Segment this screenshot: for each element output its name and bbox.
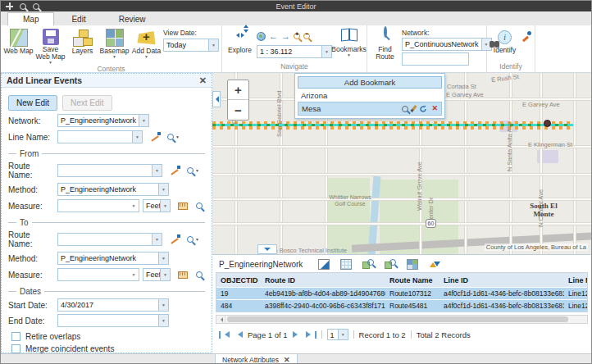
view-date-select[interactable]: Today ▼ xyxy=(163,39,219,52)
identify-route-location-icon[interactable] xyxy=(521,30,532,41)
column-header-line-name[interactable]: Line Name xyxy=(564,276,587,284)
to-method-select[interactable]: P_EngineeringNetwork ▼ xyxy=(57,252,169,265)
map-scale-select[interactable]: 1 : 36.112 ▼ xyxy=(257,45,332,58)
end-date-select[interactable]: ▼ xyxy=(57,314,169,327)
map-zoom-control: + − xyxy=(227,80,249,121)
poi-label: Don Bosco Technical Institute xyxy=(266,247,347,254)
close-icon[interactable]: ✕ xyxy=(199,76,207,84)
bookmarks-button[interactable]: Bookmarks ▼ xyxy=(334,27,364,57)
measure-on-map-icon[interactable] xyxy=(178,202,188,210)
next-extent-icon[interactable]: → xyxy=(281,32,290,40)
zoom-in-icon[interactable] xyxy=(20,3,26,10)
selection-options-icon[interactable] xyxy=(318,259,330,270)
map-zoom-in-button[interactable]: + xyxy=(228,80,248,100)
from-measure-unit-select[interactable]: Feet ▼ xyxy=(143,199,171,212)
ribbon-group-identify: i Identify Identify xyxy=(487,25,535,72)
tab-edit[interactable]: Edit xyxy=(56,12,101,25)
collapse-panel-button[interactable] xyxy=(212,91,221,107)
zoom-to-selected-icon[interactable] xyxy=(362,259,374,270)
attribute-sets-icon[interactable] xyxy=(407,259,418,270)
zoom-to-line-icon[interactable]: ▼ xyxy=(167,134,180,140)
bookmark-item-arizona[interactable]: Arizona xyxy=(298,89,442,102)
chevron-down-icon xyxy=(264,248,271,254)
tab-network-attributes[interactable]: Network Attributes ✕ xyxy=(215,354,298,364)
next-edit-button[interactable]: Next Edit xyxy=(62,95,112,111)
refresh-bookmark-icon[interactable] xyxy=(419,105,427,113)
layers-button[interactable]: Layers xyxy=(67,27,98,55)
column-header-route-name[interactable]: Route Name xyxy=(385,276,439,284)
measure-on-map-icon[interactable] xyxy=(178,271,188,279)
previous-page-button[interactable] xyxy=(235,331,243,338)
identify-icon: i xyxy=(496,29,514,46)
new-edit-button[interactable]: New Edit xyxy=(8,95,57,111)
find-route-button[interactable]: Find Route xyxy=(370,27,400,61)
zoom-to-route-icon[interactable]: ▼ xyxy=(187,167,199,174)
scroll-left-icon[interactable] xyxy=(216,316,225,323)
sort-icon[interactable] xyxy=(429,259,440,270)
edit-bookmark-icon[interactable] xyxy=(411,105,417,112)
save-web-map-button[interactable]: Save Web Map ▼ xyxy=(35,27,66,64)
event-editor-window: Event Editor Map Edit Review Web Map Sav… xyxy=(0,0,592,364)
identify-button[interactable]: i Identify xyxy=(490,27,520,54)
retire-overlaps-checkbox[interactable]: Retire overlaps xyxy=(11,332,205,341)
select-route-on-map-icon[interactable] xyxy=(170,166,180,175)
zoom-to-measure-icon[interactable] xyxy=(196,202,203,209)
column-header-line-id[interactable]: Line ID xyxy=(439,276,564,284)
tab-review[interactable]: Review xyxy=(103,12,162,25)
column-header-objectid[interactable]: OBJECTID xyxy=(216,276,261,284)
pan-to-selected-icon[interactable] xyxy=(385,259,396,270)
collapse-table-button[interactable] xyxy=(257,244,277,254)
map-zoom-out-button[interactable]: − xyxy=(228,100,248,120)
map-canvas[interactable]: E Rush St Cortada St E Garvey Ave E Garv… xyxy=(212,73,591,255)
table-row[interactable]: 484 a398ff4c-2940-4c00-96b6-c6343f8f1711… xyxy=(216,299,587,312)
first-page-button[interactable] xyxy=(219,331,230,339)
tab-map[interactable]: Map xyxy=(7,12,54,25)
route-input[interactable] xyxy=(402,52,469,66)
event-points xyxy=(212,124,573,126)
close-tab-icon[interactable]: ✕ xyxy=(284,356,290,364)
to-route-name-select[interactable]: ▼ xyxy=(57,233,162,246)
merge-coincident-events-checkbox[interactable]: Merge coincident events xyxy=(11,344,205,353)
previous-extent-icon[interactable]: ← xyxy=(269,32,278,40)
table-row[interactable]: 19 4eb9419b-af8b-4d04-ab89-1d490476802b … xyxy=(216,287,587,299)
page-select[interactable]: 1 ▼ xyxy=(327,329,348,340)
to-measure-input[interactable]: ▼ xyxy=(57,268,139,281)
start-date-select[interactable]: 4/30/2017 ▼ xyxy=(57,298,169,312)
network-select[interactable]: P_ContinuousNetwork ▼ xyxy=(402,38,492,51)
pan-icon[interactable] xyxy=(6,2,13,10)
zoom-out-tool-icon[interactable]: − xyxy=(303,33,310,39)
delete-bookmark-icon[interactable]: ✕ xyxy=(431,105,438,112)
web-map-button[interactable]: Web Map xyxy=(3,27,34,55)
save-icon xyxy=(43,29,59,45)
zoom-to-measure-icon[interactable] xyxy=(196,271,203,278)
zoom-in-tool-icon[interactable]: + xyxy=(294,33,300,39)
zoom-to-route-icon[interactable]: ▼ xyxy=(187,236,199,243)
show-table-icon[interactable] xyxy=(340,259,352,270)
from-method-select[interactable]: P_EngineeringNetwork ▼ xyxy=(57,183,169,196)
next-page-button[interactable] xyxy=(293,331,301,338)
chevron-left-icon xyxy=(212,96,219,102)
add-data-button[interactable]: Add Data ▼ xyxy=(131,27,162,58)
zoom-to-bookmark-icon[interactable] xyxy=(402,106,408,112)
end-date-label: End Date: xyxy=(8,316,54,325)
bookmark-item-mesa[interactable]: Mesa ✕ xyxy=(298,102,442,116)
to-measure-unit-select[interactable]: Feet ▼ xyxy=(143,268,171,281)
checkbox-icon xyxy=(11,344,20,353)
line-name-select[interactable]: ▼ xyxy=(57,130,143,143)
select-route-on-map-icon[interactable] xyxy=(170,234,180,244)
column-header-route-id[interactable]: Route ID xyxy=(261,276,385,284)
from-route-name-select[interactable]: ▼ xyxy=(57,164,162,177)
basemap-button[interactable]: Basemap ▼ xyxy=(99,27,130,58)
zoom-out-icon[interactable] xyxy=(33,3,39,10)
group-label-navigate: Navigate xyxy=(225,61,364,72)
select-line-on-map-icon[interactable] xyxy=(150,132,161,142)
horizontal-scrollbar[interactable] xyxy=(216,315,588,324)
network-field-select[interactable]: P_EngineeringNetwork ▼ xyxy=(57,114,149,127)
explore-button[interactable]: Explore xyxy=(225,27,255,54)
full-extent-icon[interactable] xyxy=(257,32,266,41)
scrollbar-thumb[interactable] xyxy=(227,316,568,322)
from-measure-input[interactable]: ▼ xyxy=(57,199,139,212)
add-bookmark-button[interactable]: Add Bookmark xyxy=(298,76,442,89)
map-attribution: County of Los Angeles, Bureau of La xyxy=(485,243,588,251)
last-page-button[interactable] xyxy=(306,331,316,339)
